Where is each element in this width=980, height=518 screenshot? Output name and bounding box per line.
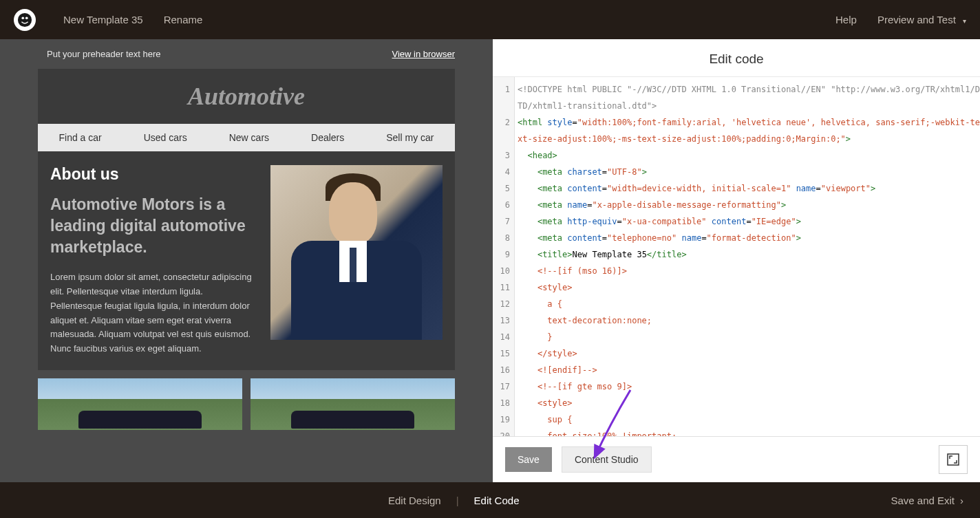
bottom-bar: Edit Design | Edit Code Save and Exit › <box>0 482 980 518</box>
brand-banner: Automotive <box>38 69 455 124</box>
about-body-text: Lorem ipsum dolor sit amet, consectetur … <box>50 270 257 356</box>
save-button[interactable]: Save <box>505 447 552 472</box>
expand-editor-button[interactable] <box>939 445 968 474</box>
email-body[interactable]: Automotive Find a car Used cars New cars… <box>38 69 455 370</box>
save-exit-label: Save and Exit <box>891 495 955 506</box>
content-studio-button[interactable]: Content Studio <box>562 446 652 473</box>
help-link[interactable]: Help <box>835 14 857 25</box>
car-image-2 <box>251 378 455 430</box>
preview-test-dropdown[interactable]: Preview and Test ▾ <box>877 14 966 25</box>
nav-find-car[interactable]: Find a car <box>58 132 101 143</box>
view-in-browser-link[interactable]: View in browser <box>392 49 455 59</box>
svg-point-2 <box>25 17 28 19</box>
code-editor-pane: Edit code 123456789101112131415161718192… <box>493 39 980 482</box>
nav-sell-car[interactable]: Sell my car <box>386 132 434 143</box>
email-preview-pane: Put your preheader text here View in bro… <box>0 39 493 482</box>
save-and-exit-button[interactable]: Save and Exit › <box>891 495 963 506</box>
chevron-right-icon: › <box>960 495 963 506</box>
edit-code-tab[interactable]: Edit Code <box>474 495 520 506</box>
tab-divider: | <box>456 495 459 506</box>
line-number-gutter: 1234567891011121314151617181920 <box>493 77 515 436</box>
top-bar: New Template 35 Rename Help Preview and … <box>0 0 980 39</box>
about-subheading: Automotive Motors is a leading digital a… <box>50 194 257 258</box>
mailchimp-logo-icon[interactable] <box>14 9 36 31</box>
expand-icon <box>947 453 959 466</box>
code-editor[interactable]: 1234567891011121314151617181920 <!DOCTYP… <box>493 76 980 437</box>
code-panel-title: Edit code <box>493 39 980 76</box>
brand-logo-text: Automotive <box>188 82 305 111</box>
preheader-text[interactable]: Put your preheader text here <box>47 49 161 59</box>
about-heading: About us <box>50 165 257 184</box>
about-image <box>270 165 443 340</box>
svg-point-0 <box>18 12 32 26</box>
rename-button[interactable]: Rename <box>164 14 203 25</box>
edit-design-tab[interactable]: Edit Design <box>388 495 441 506</box>
svg-point-1 <box>21 17 24 19</box>
code-lines[interactable]: <!DOCTYPE html PUBLIC "-//W3C//DTD XHTML… <box>515 77 980 436</box>
nav-used-cars[interactable]: Used cars <box>144 132 187 143</box>
preview-test-label: Preview and Test <box>877 14 956 25</box>
nav-new-cars[interactable]: New cars <box>229 132 269 143</box>
nav-dealers[interactable]: Dealers <box>311 132 344 143</box>
car-image-1 <box>38 378 242 430</box>
template-name[interactable]: New Template 35 <box>63 14 143 25</box>
email-navbar: Find a car Used cars New cars Dealers Se… <box>38 124 455 151</box>
chevron-down-icon: ▾ <box>963 17 966 25</box>
